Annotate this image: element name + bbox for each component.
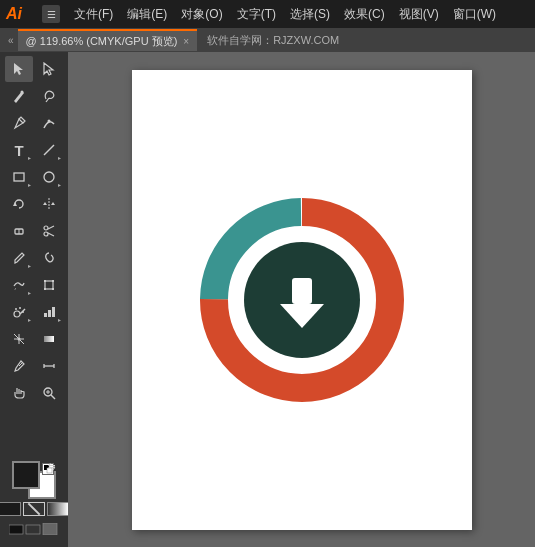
ellipse-tool-button[interactable]: ▸ — [35, 164, 63, 190]
tool-row-7 — [0, 218, 68, 244]
tool-row-3 — [0, 110, 68, 136]
text-tool-button[interactable]: T ▸ — [5, 137, 33, 163]
title-bar: Ai ☰ 文件(F) 编辑(E) 对象(O) 文字(T) 选择(S) 效果(C)… — [0, 0, 535, 28]
pen-tool-button[interactable] — [5, 110, 33, 136]
tool-row-4: T ▸ ▸ — [0, 137, 68, 163]
mesh-tool-button[interactable] — [5, 326, 33, 352]
fill-color-indicator[interactable] — [0, 502, 21, 516]
svg-point-26 — [19, 307, 21, 309]
svg-marker-8 — [13, 202, 17, 206]
tool-row-1 — [0, 56, 68, 82]
lasso-tool-button[interactable] — [35, 83, 63, 109]
line-tool-button[interactable]: ▸ — [35, 137, 63, 163]
hand-tool-button[interactable] — [5, 380, 33, 406]
menu-window[interactable]: 窗口(W) — [447, 4, 502, 25]
svg-line-17 — [48, 233, 54, 236]
menu-edit[interactable]: 编辑(E) — [121, 4, 173, 25]
active-tab[interactable]: @ 119.66% (CMYK/GPU 预览) × — [18, 29, 198, 51]
reflect-tool-button[interactable] — [35, 191, 63, 217]
canvas-area[interactable] — [68, 52, 535, 547]
magic-wand-tool-button[interactable] — [5, 83, 33, 109]
svg-rect-21 — [44, 288, 46, 290]
svg-rect-22 — [52, 288, 54, 290]
stroke-color-indicator[interactable] — [23, 502, 45, 516]
app-logo: Ai — [6, 5, 34, 23]
color-swatches: ⇆ — [0, 455, 73, 543]
eraser-tool-button[interactable] — [5, 218, 33, 244]
rotate-tool-button[interactable] — [5, 191, 33, 217]
symbol-sprayer-tool-button[interactable]: ▸ — [5, 299, 33, 325]
tab-label: @ 119.66% (CMYK/GPU 预览) — [26, 34, 178, 49]
donut-graphic — [192, 190, 412, 410]
tool-row-13 — [0, 380, 68, 406]
blob-brush-tool-button[interactable] — [35, 245, 63, 271]
tool-row-9: ▸ — [0, 272, 68, 298]
tool-row-5: ▸ ▸ — [0, 164, 68, 190]
svg-rect-52 — [292, 278, 312, 304]
svg-point-25 — [15, 308, 17, 310]
tab-collapse-button[interactable]: « — [4, 35, 18, 46]
tool-row-6 — [0, 191, 68, 217]
direct-selection-tool-button[interactable] — [35, 56, 63, 82]
pencil-tool-button[interactable]: ▸ — [5, 245, 33, 271]
svg-point-27 — [22, 311, 24, 313]
free-transform-tool-button[interactable] — [35, 272, 63, 298]
svg-marker-11 — [51, 202, 55, 205]
svg-rect-30 — [52, 307, 55, 317]
svg-point-34 — [18, 338, 21, 341]
svg-rect-28 — [44, 313, 47, 317]
rect-tool-button[interactable]: ▸ — [5, 164, 33, 190]
svg-rect-20 — [52, 280, 54, 282]
menu-object[interactable]: 对象(O) — [175, 4, 228, 25]
svg-rect-47 — [26, 525, 40, 534]
swatch-container: ⇆ — [12, 461, 56, 499]
svg-point-23 — [14, 311, 20, 317]
svg-rect-48 — [43, 523, 57, 535]
measure-tool-button[interactable] — [35, 353, 63, 379]
svg-rect-19 — [44, 280, 46, 282]
svg-rect-18 — [45, 281, 53, 289]
tab-close-button[interactable]: × — [183, 36, 189, 47]
gradient-indicator[interactable] — [47, 502, 69, 516]
tool-row-11 — [0, 326, 68, 352]
svg-marker-0 — [14, 63, 23, 75]
screen-mode-row — [4, 521, 64, 537]
eyedropper-tool-button[interactable] — [5, 353, 33, 379]
svg-rect-6 — [14, 173, 24, 181]
menu-select[interactable]: 选择(S) — [284, 4, 336, 25]
swap-colors-icon[interactable]: ⇆ — [48, 461, 56, 471]
svg-marker-10 — [43, 202, 47, 205]
zoom-tool-button[interactable] — [35, 380, 63, 406]
menu-file[interactable]: 文件(F) — [68, 4, 119, 25]
screen-mode-button[interactable] — [4, 521, 64, 537]
svg-rect-29 — [48, 310, 51, 317]
svg-point-4 — [48, 120, 51, 123]
tab-bar: « @ 119.66% (CMYK/GPU 预览) × 软件自学网：RJZXW.… — [0, 28, 535, 52]
menu-bar: 文件(F) 编辑(E) 对象(O) 文字(T) 选择(S) 效果(C) 视图(V… — [68, 4, 529, 25]
foreground-color-swatch[interactable] — [12, 461, 40, 489]
tool-row-8: ▸ — [0, 245, 68, 271]
gradient-tool-button[interactable] — [35, 326, 63, 352]
menu-icon[interactable]: ☰ — [42, 5, 60, 23]
svg-line-5 — [44, 145, 54, 155]
svg-line-41 — [51, 395, 55, 399]
warp-tool-button[interactable]: ▸ — [5, 272, 33, 298]
tab-website-label: 软件自学网：RJZXW.COM — [207, 33, 339, 48]
scissors-tool-button[interactable] — [35, 218, 63, 244]
tool-row-12 — [0, 353, 68, 379]
svg-marker-1 — [44, 63, 53, 75]
menu-text[interactable]: 文字(T) — [231, 4, 282, 25]
tool-row-2 — [0, 83, 68, 109]
curvature-tool-button[interactable] — [35, 110, 63, 136]
selection-tool-button[interactable] — [5, 56, 33, 82]
svg-rect-35 — [44, 336, 54, 342]
menu-view[interactable]: 视图(V) — [393, 4, 445, 25]
left-toolbar: T ▸ ▸ ▸ ▸ — [0, 52, 68, 547]
artboard — [132, 70, 472, 530]
main-area: T ▸ ▸ ▸ ▸ — [0, 52, 535, 547]
svg-line-16 — [48, 226, 54, 229]
menu-effect[interactable]: 效果(C) — [338, 4, 391, 25]
fill-stroke-row — [0, 502, 69, 516]
svg-point-14 — [44, 226, 48, 230]
graph-tool-button[interactable]: ▸ — [35, 299, 63, 325]
